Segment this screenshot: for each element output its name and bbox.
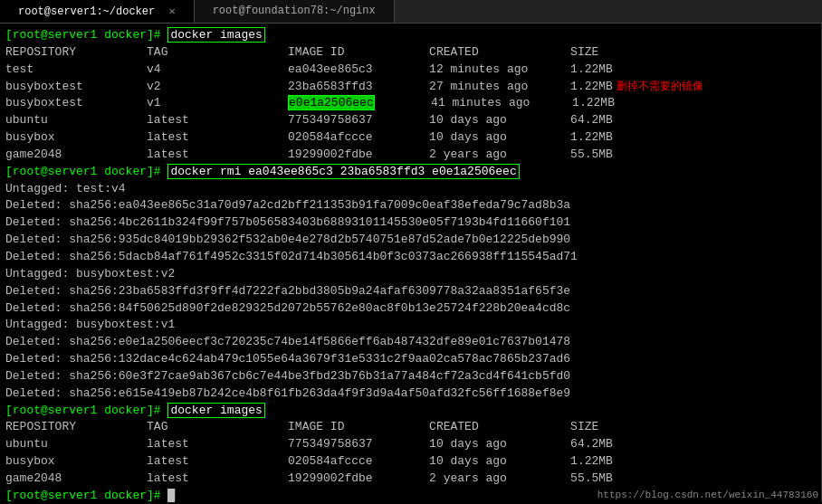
terminal-line: Deleted: sha256:60e3f27cae9ab367cb6c7e44… [5, 368, 816, 385]
terminal-line: Deleted: sha256:84f50625d890f2de829325d2… [5, 300, 816, 318]
terminal-line: Deleted: sha256:ea043ee865c31a70d97a2cd2… [5, 197, 816, 214]
terminal-line: [root@server1 docker]# docker rmi ea043e… [5, 164, 816, 181]
tab-label-2: root@foundation78:~/nginx [213, 5, 376, 17]
terminal-line: REPOSITORY TAG IMAGE ID CREATED SIZE [5, 44, 816, 62]
terminal-line: Deleted: sha256:5dacb84af761f4952c3315f0… [5, 249, 816, 266]
data-rest: 41 minutes ago 1.22MB [375, 96, 615, 109]
command: docker rmi ea043ee865c3 23ba6583ffd3 e0e… [167, 164, 519, 179]
terminal-line: Untagged: busyboxtest:v2 [5, 266, 816, 283]
terminal-line: Untagged: test:v4 [5, 181, 816, 198]
terminal-pane-left: [root@server1 docker]# docker imagesREPO… [0, 24, 822, 502]
terminal-line: [root@server1 docker]# docker images [5, 403, 816, 420]
terminal-line: busybox latest 020584afccce 10 days ago … [5, 453, 816, 471]
terminal-line: busyboxtest v1 e0e1a2506eec 41 minutes a… [5, 95, 816, 112]
tab-foundation-nginx[interactable]: root@foundation78:~/nginx [195, 0, 395, 23]
terminal-line: game2048 latest 19299002fdbe 2 years ago… [5, 147, 816, 164]
annotation-label: 删掉不需要的镜像 [616, 80, 703, 92]
terminal-line: Deleted: sha256:e0e1a2506eecf3c720235c74… [5, 334, 816, 351]
command: docker images [167, 403, 264, 418]
terminal-line: Deleted: sha256:132dace4c624ab479c1055e6… [5, 351, 816, 368]
terminal-line: busyboxtest v2 23ba6583ffd3 27 minutes a… [5, 79, 816, 96]
data-pre: busyboxtest v1 [5, 96, 288, 109]
cursor: █ [167, 489, 175, 502]
terminal-line: test v4 ea043ee865c3 12 minutes ago 1.22… [5, 62, 816, 79]
tab-server1-docker[interactable]: root@server1:~/docker ✕ [0, 0, 195, 23]
image-id-highlight: e0e1a2506eec [288, 95, 375, 110]
terminal-line: Deleted: sha256:e615e419eb87b242ce4b8f61… [5, 385, 816, 403]
prompt: [root@server1 docker]# [5, 165, 167, 178]
terminal-line: busybox latest 020584afccce 10 days ago … [5, 129, 816, 147]
window-bar: root@server1:~/docker ✕ root@foundation7… [0, 0, 822, 24]
terminal-line: Untagged: busyboxtest:v1 [5, 317, 816, 334]
tab-label-1: root@server1:~/docker [18, 5, 155, 18]
terminal-line: game2048 latest 19299002fdbe 2 years ago… [5, 471, 816, 488]
terminal-line: Deleted: sha256:935dc84019bb29362f532ab0… [5, 232, 816, 249]
prompt-end: [root@server1 docker]# [5, 489, 167, 502]
data-text: busyboxtest v2 23ba6583ffd3 27 minutes a… [5, 80, 613, 93]
terminal-line: REPOSITORY TAG IMAGE ID CREATED SIZE [5, 419, 816, 436]
terminal-line: ubuntu latest 775349758637 10 days ago 6… [5, 112, 816, 129]
watermark-text: https://blog.csdn.net/weixin_44783160 [597, 490, 818, 500]
prompt: [root@server1 docker]# [5, 28, 167, 42]
terminal-line: Deleted: sha256:23ba6583ffd3f9ff4d7222fa… [5, 283, 816, 300]
close-icon-1[interactable]: ✕ [168, 5, 175, 18]
terminal-line: [root@server1 docker]# docker images [5, 27, 816, 44]
command: docker images [167, 27, 264, 43]
terminal-line: Deleted: sha256:4bc2611b324f99f757b05658… [5, 214, 816, 232]
terminal-line: ubuntu latest 775349758637 10 days ago 6… [5, 436, 816, 453]
prompt: [root@server1 docker]# [5, 404, 167, 417]
